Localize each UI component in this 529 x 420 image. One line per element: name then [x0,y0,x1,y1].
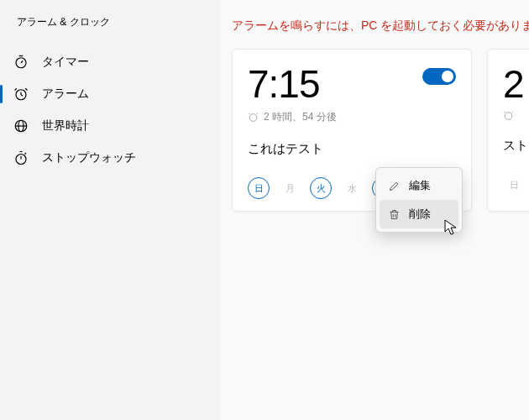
alarm-time: 2 [503,65,524,103]
alarm-icon [13,87,29,102]
alarm-days: 日 [503,174,529,196]
next-time-text: 2 時間、54 分後 [264,110,337,124]
alarm-next-time: 2 時間、54 分後 [248,110,456,124]
sidebar-item-world-clock[interactable]: 世界時計 [0,110,220,142]
sidebar-item-label: ストップウォッチ [42,150,136,165]
trash-icon [388,208,401,221]
banner-text: アラームを鳴らすには、PC を起動しておく必要があります。 [232,18,529,32]
sidebar-item-label: 世界時計 [42,118,89,134]
alarm-title: スト [503,138,529,154]
alarm-title: これはテスト [248,141,456,157]
alarm-next-time [503,110,529,121]
alarm-cards: 7:15 2 時間、54 分後 これはテスト 日 月 火 水 木 金 土 [220,49,529,212]
clock-icon [248,112,259,123]
day-mon[interactable]: 月 [279,177,301,199]
day-wed[interactable]: 水 [341,177,363,199]
menu-edit[interactable]: 編集 [380,171,458,200]
svg-point-6 [505,113,512,120]
svg-point-5 [249,114,257,122]
warning-banner: アラームを鳴らすには、PC を起動しておく必要があります。 詳細 [220,0,529,49]
clock-icon [503,110,514,121]
alarm-card[interactable]: 7:15 2 時間、54 分後 これはテスト 日 月 火 水 木 金 土 [232,49,472,212]
sidebar-item-stopwatch[interactable]: ストップウォッチ [0,142,220,174]
menu-edit-label: 編集 [409,178,431,193]
menu-delete[interactable]: 削除 [380,200,458,228]
alarm-toggle[interactable] [422,68,456,85]
pencil-icon [388,180,401,192]
main-content: アラームを鳴らすには、PC を起動しておく必要があります。 詳細 7:15 2 … [220,0,529,420]
sidebar-item-timer[interactable]: タイマー [0,46,220,78]
sidebar-item-label: タイマー [42,55,89,70]
menu-delete-label: 削除 [409,207,431,222]
day-sun[interactable]: 日 [503,174,525,196]
context-menu: 編集 削除 [375,167,463,233]
sidebar-item-label: アラーム [42,87,89,102]
day-sun[interactable]: 日 [248,177,270,199]
world-clock-icon [13,118,29,134]
timer-icon [13,55,29,70]
alarm-card[interactable]: 2 スト 日 [487,49,529,212]
day-tue[interactable]: 火 [310,177,332,199]
stopwatch-icon [13,150,29,165]
sidebar-item-alarm[interactable]: アラーム [0,78,220,110]
app-title: アラーム & クロック [0,15,220,46]
alarm-time: 7:15 [248,65,320,103]
sidebar: アラーム & クロック タイマー アラーム 世界時計 ストップウォッチ [0,0,220,420]
